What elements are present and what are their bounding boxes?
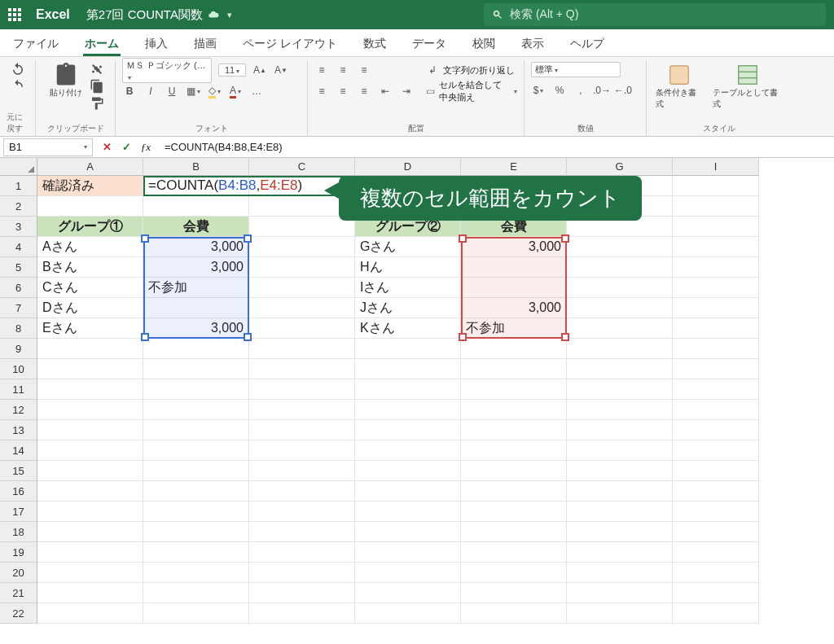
cell-B3[interactable]: 会費 (143, 217, 249, 237)
conditional-format-button[interactable]: 条件付き書式 (653, 62, 705, 111)
underline-button[interactable]: U (165, 84, 179, 99)
row-header-10[interactable]: 10 (0, 359, 37, 379)
tab-review[interactable]: 校閲 (471, 32, 497, 56)
decrease-indent-button[interactable]: ⇤ (378, 84, 393, 99)
select-all-corner[interactable] (0, 158, 37, 176)
cell-D8[interactable]: Kさん (355, 318, 461, 339)
insert-function-button[interactable]: ƒx (138, 141, 153, 154)
decrease-font-button[interactable]: A▼ (274, 63, 288, 77)
enter-formula-button[interactable]: ✓ (119, 141, 134, 153)
merge-center-button[interactable]: セルを結合して中央揃え (439, 79, 509, 103)
format-painter-button[interactable] (90, 96, 104, 111)
wrap-text-button[interactable]: 文字列の折り返し (443, 64, 515, 77)
row-header-8[interactable]: 8 (0, 318, 37, 339)
paste-button[interactable]: 貼り付け (47, 62, 85, 99)
cell-A3[interactable]: グループ① (37, 217, 143, 237)
cell-B6[interactable]: 不参加 (143, 278, 249, 298)
col-header-I[interactable]: I (673, 158, 759, 176)
cell-A1[interactable]: 確認済み (37, 176, 143, 196)
tab-view[interactable]: 表示 (520, 32, 546, 56)
row-header-20[interactable]: 20 (0, 563, 37, 583)
cell-A5[interactable]: Bさん (37, 257, 143, 278)
row-header-16[interactable]: 16 (0, 481, 37, 502)
row-header-2[interactable]: 2 (0, 196, 37, 217)
undo-button[interactable] (11, 62, 25, 77)
currency-button[interactable]: $ (531, 83, 546, 98)
number-format-select[interactable]: 標準 (531, 62, 621, 77)
align-left-button[interactable]: ≡ (314, 84, 329, 99)
row-header-13[interactable]: 13 (0, 420, 37, 440)
cell-I1[interactable] (673, 176, 759, 196)
row-header-5[interactable]: 5 (0, 257, 37, 278)
row-header-19[interactable]: 19 (0, 542, 37, 563)
font-size-select[interactable]: 11 (218, 64, 246, 77)
row-header-7[interactable]: 7 (0, 298, 37, 318)
cell-B8[interactable]: 3,000 (143, 318, 249, 339)
formula-bar-input[interactable]: =COUNTA(B4:B8,E4:E8) (160, 141, 834, 153)
border-button[interactable]: ▦ (186, 84, 200, 99)
tab-draw[interactable]: 描画 (192, 32, 218, 56)
name-box[interactable]: B1 (3, 138, 93, 156)
cancel-formula-button[interactable]: ✕ (99, 141, 114, 153)
bold-button[interactable]: B (122, 84, 137, 99)
increase-indent-button[interactable]: ⇥ (399, 84, 414, 99)
row-header-9[interactable]: 9 (0, 339, 37, 359)
document-title[interactable]: 第27回 COUNTA関数 ▾ (86, 7, 232, 23)
cell-B5[interactable]: 3,000 (143, 257, 249, 278)
fill-color-button[interactable]: ◇ (207, 84, 222, 99)
cell-A7[interactable]: Dさん (37, 298, 143, 318)
search-box[interactable]: 検索 (Alt + Q) (484, 3, 826, 26)
tab-insert[interactable]: 挿入 (143, 32, 169, 56)
copy-button[interactable] (90, 79, 104, 94)
col-header-A[interactable]: A (37, 158, 143, 176)
tab-help[interactable]: ヘルプ (568, 32, 606, 56)
row-header-21[interactable]: 21 (0, 583, 37, 603)
cell-E7[interactable]: 3,000 (461, 298, 567, 318)
cell-E4[interactable]: 3,000 (461, 237, 567, 257)
tab-formulas[interactable]: 数式 (362, 32, 388, 56)
font-color-button[interactable]: A (228, 84, 243, 99)
cell-A6[interactable]: Cさん (37, 278, 143, 298)
row-header-4[interactable]: 4 (0, 237, 37, 257)
cell-D6[interactable]: Iさん (355, 278, 461, 298)
row-header-6[interactable]: 6 (0, 278, 37, 298)
app-launcher-icon[interactable] (8, 8, 21, 21)
cell-A4[interactable]: Aさん (37, 237, 143, 257)
col-header-D[interactable]: D (355, 158, 461, 176)
cut-button[interactable] (90, 62, 104, 77)
align-center-button[interactable]: ≡ (336, 84, 350, 99)
tab-home[interactable]: ホーム (83, 32, 121, 56)
cell-B1[interactable]: =COUNTA(B4:B8,E4:E8) (143, 176, 249, 196)
cell-grid[interactable]: 確認済み =COUNTA(B4:B8,E4:E8) グループ① 会費 グループ②… (37, 176, 759, 624)
align-right-button[interactable]: ≡ (357, 84, 371, 99)
font-name-select[interactable]: ＭＳ Ｐゴシック (… (122, 58, 212, 83)
row-header-17[interactable]: 17 (0, 502, 37, 522)
col-header-E[interactable]: E (461, 158, 567, 176)
tab-page-layout[interactable]: ページ レイアウト (241, 32, 339, 56)
cell-E5[interactable] (461, 257, 567, 278)
cell-E6[interactable] (461, 278, 567, 298)
tab-file[interactable]: ファイル (11, 32, 60, 56)
increase-decimal-button[interactable]: .0→ (595, 83, 609, 98)
col-header-C[interactable]: C (249, 158, 355, 176)
cell-D5[interactable]: Hん (355, 257, 461, 278)
format-as-table-button[interactable]: テーブルとして書式 (710, 62, 785, 111)
col-header-B[interactable]: B (143, 158, 249, 176)
row-header-22[interactable]: 22 (0, 603, 37, 624)
cell-B4[interactable]: 3,000 (143, 237, 249, 257)
tab-data[interactable]: データ (410, 32, 448, 56)
row-header-3[interactable]: 3 (0, 217, 37, 237)
cell-E8[interactable]: 不参加 (461, 318, 567, 339)
increase-font-button[interactable]: A▲ (252, 63, 267, 77)
col-header-G[interactable]: G (567, 158, 673, 176)
percent-button[interactable]: % (552, 83, 567, 98)
cell-D7[interactable]: Jさん (355, 298, 461, 318)
row-header-12[interactable]: 12 (0, 400, 37, 420)
row-header-11[interactable]: 11 (0, 379, 37, 400)
comma-button[interactable]: , (573, 83, 588, 98)
cell-A8[interactable]: Eさん (37, 318, 143, 339)
italic-button[interactable]: I (143, 84, 158, 99)
align-middle-button[interactable]: ≡ (336, 63, 350, 77)
cell-D4[interactable]: Gさん (355, 237, 461, 257)
align-bottom-button[interactable]: ≡ (357, 63, 371, 77)
